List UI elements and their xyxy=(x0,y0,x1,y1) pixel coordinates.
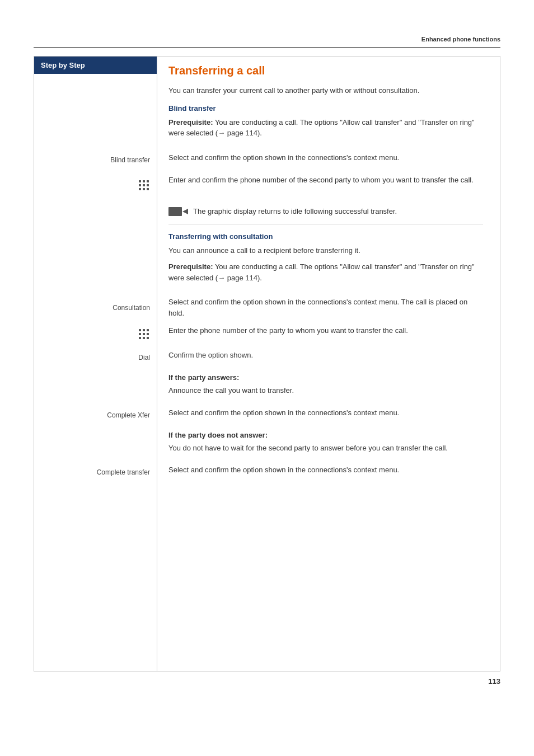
svg-rect-9 xyxy=(168,207,182,216)
page: Enhanced phone functions Step by Step Tr… xyxy=(0,0,534,756)
blind-step2-row: Enter and confirm the phone number of th… xyxy=(34,171,500,199)
display-icon xyxy=(168,205,189,218)
svg-rect-0 xyxy=(139,180,141,182)
bottom-padding-row xyxy=(34,483,500,671)
blind-step3-row: The graphic display returns to idle foll… xyxy=(34,199,500,224)
intro-text: You can transfer your current call to an… xyxy=(168,85,483,96)
consultation-step1-text: Select and confirm the option shown in t… xyxy=(157,293,500,322)
svg-rect-18 xyxy=(143,337,145,339)
svg-rect-7 xyxy=(143,188,145,190)
page-number: 113 xyxy=(0,672,534,685)
if-answers-label: If the party answers: xyxy=(168,373,483,382)
section-header: Enhanced phone functions xyxy=(0,34,534,47)
intro-section: Transferring a call You can transfer you… xyxy=(157,57,500,149)
step-by-step-label: Step by Step xyxy=(34,57,157,74)
consultation-prerequisite: Prerequisite: You are conducting a call.… xyxy=(168,261,483,283)
consultation-header-row: Transferring with consultation You can a… xyxy=(34,224,500,294)
complete-xfer-row: Complete Xfer Select and confirm the opt… xyxy=(34,404,500,426)
complete-transfer-label: Complete transfer xyxy=(34,461,157,483)
prerequisite-label-consultation: Prerequisite: xyxy=(168,262,213,271)
header-divider xyxy=(34,47,500,48)
bottom-sidebar-empty xyxy=(34,483,157,671)
blind-step3-text: The graphic display returns to idle foll… xyxy=(157,199,500,224)
if-not-answers-section: If the party does not answer: You do not… xyxy=(157,426,500,462)
if-answers-row: If the party answers: Announce the call … xyxy=(34,369,500,404)
dial-label: Dial xyxy=(34,346,157,369)
consultation-title: Transferring with consultation xyxy=(168,232,483,241)
consultation-sidebar-empty xyxy=(34,224,157,294)
dial-step3-row: Dial Confirm the option shown. xyxy=(34,346,500,369)
keypad-icon-1 xyxy=(138,179,150,191)
dial-step3-text: Confirm the option shown. xyxy=(157,346,500,369)
svg-rect-13 xyxy=(147,329,149,331)
svg-marker-10 xyxy=(182,209,188,214)
svg-rect-19 xyxy=(147,337,149,339)
svg-rect-4 xyxy=(143,184,145,186)
svg-rect-15 xyxy=(143,333,145,335)
svg-rect-8 xyxy=(147,188,149,190)
prerequisite-text-blind: You are conducting a call. The options "… xyxy=(168,118,475,138)
keypad-icon-2 xyxy=(138,328,150,340)
complete-xfer-label: Complete Xfer xyxy=(34,404,157,426)
blind-step1-text: Select and confirm the option shown in t… xyxy=(157,149,500,171)
blind-transfer-title: Blind transfer xyxy=(168,104,483,112)
svg-rect-14 xyxy=(139,333,141,335)
complete-transfer-text: Select and confirm the option shown in t… xyxy=(157,461,500,483)
consultation-step1-row: Consultation Select and confirm the opti… xyxy=(34,293,500,322)
svg-rect-17 xyxy=(139,337,141,339)
blind-prerequisite: Prerequisite: You are conducting a call.… xyxy=(168,117,483,139)
svg-rect-5 xyxy=(147,184,149,186)
if-not-answers-text: You do not have to wait for the second p… xyxy=(168,443,483,454)
blind-transfer-label: Blind transfer xyxy=(34,149,157,171)
svg-rect-1 xyxy=(143,180,145,182)
prerequisite-label-blind: Prerequisite: xyxy=(168,118,213,126)
svg-rect-3 xyxy=(139,184,141,186)
complete-transfer-row: Complete transfer Select and confirm the… xyxy=(34,461,500,483)
consultation-intro-section: Transferring with consultation You can a… xyxy=(157,224,500,294)
consultation-intro: You can announce a call to a recipient b… xyxy=(168,245,483,256)
blind-step2-text: Enter and confirm the phone number of th… xyxy=(157,171,500,199)
title-row: Step by Step Transferring a call You can… xyxy=(34,57,500,149)
keypad-icon-cell-2 xyxy=(34,322,157,346)
keypad-icon-cell-1 xyxy=(34,171,157,199)
svg-rect-16 xyxy=(147,333,149,335)
content-box: Step by Step Transferring a call You can… xyxy=(34,56,500,672)
svg-rect-6 xyxy=(139,188,141,190)
if-not-answers-row: If the party does not answer: You do not… xyxy=(34,426,500,462)
consultation-step2-row: Enter the phone number of the party to w… xyxy=(34,322,500,346)
svg-rect-12 xyxy=(143,329,145,331)
if-answers-text: Announce the call you want to transfer. xyxy=(168,385,483,396)
svg-rect-2 xyxy=(147,180,149,182)
if-answers-sidebar-empty xyxy=(34,369,157,404)
if-not-answers-label: If the party does not answer: xyxy=(168,431,483,439)
svg-rect-11 xyxy=(139,329,141,331)
if-answers-section: If the party answers: Announce the call … xyxy=(157,369,500,404)
bottom-content-empty xyxy=(157,483,500,671)
page-title: Transferring a call xyxy=(168,64,483,77)
prerequisite-text-consultation: You are conducting a call. The options "… xyxy=(168,262,475,282)
display-icon-cell xyxy=(34,199,157,224)
if-not-answers-sidebar-empty xyxy=(34,426,157,462)
blind-step1-row: Blind transfer Select and confirm the op… xyxy=(34,149,500,171)
consultation-step2-text: Enter the phone number of the party to w… xyxy=(157,322,500,346)
sidebar-header-cell: Step by Step xyxy=(34,57,157,149)
complete-xfer-text: Select and confirm the option shown in t… xyxy=(157,404,500,426)
consultation-label: Consultation xyxy=(34,293,157,322)
